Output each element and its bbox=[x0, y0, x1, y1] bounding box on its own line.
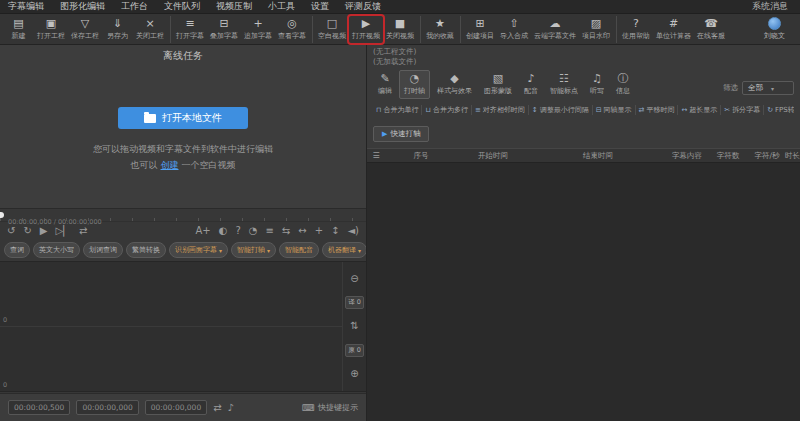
menu-item[interactable]: 工作台 bbox=[113, 0, 156, 13]
system-message-link[interactable]: 系统消息 bbox=[752, 0, 800, 13]
timeline-tool-icon[interactable]: ◐ bbox=[219, 226, 228, 236]
table-column-header[interactable]: 字符数 bbox=[707, 151, 749, 161]
playback-control-icon[interactable]: ▶ bbox=[40, 226, 48, 236]
timeline-action-button[interactable]: 智能配音 bbox=[279, 242, 319, 258]
playback-control-icon[interactable]: ↺ bbox=[7, 226, 15, 236]
subtitle-track-translated[interactable]: 0 bbox=[0, 262, 342, 327]
toolbar-button[interactable]: ▤ 新建 bbox=[3, 16, 34, 43]
zoom-in-icon[interactable]: ⊕ bbox=[350, 369, 358, 379]
mode-tab[interactable]: ▧ 图形蒙版 bbox=[479, 70, 517, 99]
toolbar-button[interactable]: ▽ 保存工程 bbox=[68, 16, 102, 43]
toolbar-button[interactable]: ⊟ 叠加字幕 bbox=[207, 16, 241, 43]
quick-timing-button[interactable]: ▶ 快速打轴 bbox=[373, 126, 429, 142]
table-column-header[interactable]: 结束时间 bbox=[529, 151, 667, 161]
zoom-out-icon[interactable]: ⊖ bbox=[350, 274, 358, 284]
swap-tracks-icon[interactable]: ⇅ bbox=[350, 321, 358, 331]
toolbar-button[interactable]: ☁ 云端字幕文件 bbox=[531, 16, 579, 43]
timeline-action-button[interactable]: 智能打轴 bbox=[231, 242, 276, 258]
loop-icon[interactable]: ⇄ bbox=[213, 403, 221, 413]
time-display-duration[interactable]: 00:00:00,000 bbox=[145, 400, 207, 415]
menu-item[interactable]: 设置 bbox=[303, 0, 337, 13]
menu-item[interactable]: 文件队列 bbox=[156, 0, 208, 13]
table-menu-icon[interactable]: ☰ bbox=[367, 151, 385, 160]
toolbar-button-label: 使用帮助 bbox=[622, 31, 650, 41]
timeline-tool-icon[interactable]: A+ bbox=[195, 226, 210, 236]
playhead-marker[interactable] bbox=[0, 212, 4, 218]
playback-controls: ↺↻▶▷▏⇄ bbox=[7, 226, 87, 236]
timeline-ruler[interactable]: 00:00:00,000 / 00:00:00,000 bbox=[0, 209, 366, 222]
subtitle-operation-button[interactable]: ↻ FPS转换 bbox=[764, 105, 794, 115]
timeline-tool-icon[interactable]: + bbox=[315, 226, 323, 236]
subtitle-operation-button[interactable]: ⊓ 合并为单行 bbox=[373, 105, 422, 115]
mode-tab[interactable]: ◆ 样式与效果 bbox=[432, 70, 477, 99]
open-local-file-button[interactable]: 打开本地文件 bbox=[118, 107, 248, 129]
toolbar-button[interactable]: ▨ 项目水印 bbox=[579, 16, 617, 43]
playback-control-icon[interactable]: ▷▏ bbox=[55, 226, 70, 236]
subtitle-operation-button[interactable]: ⊟ 同轴显示 bbox=[593, 105, 636, 115]
timeline-tool-icon[interactable]: ↔ bbox=[298, 226, 306, 236]
table-column-header[interactable]: 字幕内容 bbox=[667, 151, 707, 161]
subtitle-operation-button[interactable]: ⇄ 平移时间 bbox=[636, 105, 679, 115]
toolbar-button[interactable]: ⊞ 创建项目 bbox=[463, 16, 497, 43]
timeline-tool-icon[interactable]: ◄) bbox=[347, 226, 359, 236]
timeline-action-button[interactable]: 英文大小写 bbox=[33, 242, 80, 258]
toolbar-button[interactable]: ■ 关闭视频 bbox=[383, 16, 421, 43]
table-column-header[interactable]: 字符/秒 bbox=[749, 151, 785, 161]
menu-item[interactable]: 字幕编辑 bbox=[0, 0, 52, 13]
toolbar-button[interactable]: ? 使用帮助 bbox=[619, 16, 653, 43]
toolbar-button[interactable]: × 关闭工程 bbox=[133, 16, 171, 43]
mode-tab[interactable]: ⓘ 信息 bbox=[611, 70, 635, 99]
timeline-action-button[interactable]: 划词查询 bbox=[83, 242, 123, 258]
menu-item[interactable]: 评测反馈 bbox=[337, 0, 389, 13]
toolbar-button[interactable]: ≡ 打开字幕 bbox=[173, 16, 207, 43]
mode-tab[interactable]: ◔ 打时轴 bbox=[399, 70, 430, 99]
menu-item[interactable]: 小工具 bbox=[260, 0, 303, 13]
create-blank-video-link[interactable]: 创建 bbox=[161, 160, 179, 170]
timeline-action-button[interactable]: 机器翻译 bbox=[322, 242, 367, 258]
timeline-action-label: 机器翻译 bbox=[328, 245, 356, 255]
menu-item[interactable]: 视频压制 bbox=[208, 0, 260, 13]
timeline-tool-icon[interactable]: ◔ bbox=[249, 226, 258, 236]
menu-item[interactable]: 图形化编辑 bbox=[52, 0, 113, 13]
subtitle-operation-button[interactable]: ↕ 调整最小行间隔 bbox=[529, 105, 593, 115]
toolbar-button[interactable]: + 追加字幕 bbox=[241, 16, 275, 43]
toolbar-button[interactable]: ☎ 在线客服 bbox=[694, 16, 728, 43]
timeline-action-button[interactable]: 繁简转换 bbox=[126, 242, 166, 258]
timeline-tools: A+◐?◔≡⇆↔+↕◄) bbox=[195, 226, 359, 236]
metronome-icon[interactable]: ♪ bbox=[228, 403, 234, 413]
timeline-action-button[interactable]: 识别画面字幕 bbox=[169, 242, 228, 258]
subtitle-operation-button[interactable]: ✂ 拆分字幕 bbox=[721, 105, 764, 115]
toolbar-button[interactable]: ◎ 查看字幕 bbox=[275, 16, 313, 43]
time-display-end[interactable]: 00:00:00,000 bbox=[76, 400, 138, 415]
table-column-header[interactable]: 开始时间 bbox=[457, 151, 529, 161]
time-display-start[interactable]: 00:00:00,500 bbox=[8, 400, 70, 415]
timeline-tool-icon[interactable]: ? bbox=[235, 226, 240, 236]
timeline-tool-icon[interactable]: ⇆ bbox=[282, 226, 290, 236]
mode-tab[interactable]: ♫ 听写 bbox=[585, 70, 609, 99]
timeline-tool-icon[interactable]: ↕ bbox=[331, 226, 339, 236]
subtitle-track-original[interactable]: 0 bbox=[0, 327, 342, 391]
subtitle-operation-button[interactable]: ↔ 超长显示 bbox=[678, 105, 721, 115]
operation-label: 拆分字幕 bbox=[732, 105, 760, 115]
toolbar-button[interactable]: # 单位计算器 bbox=[653, 16, 694, 43]
toolbar-button[interactable]: □ 空白视频 bbox=[315, 16, 349, 43]
toolbar-button[interactable]: ⇧ 导入合成 bbox=[497, 16, 531, 43]
user-profile[interactable]: 刘晓文 bbox=[764, 17, 797, 41]
shortcut-hint-button[interactable]: ⌨ 快捷键提示 bbox=[302, 402, 358, 413]
table-column-header[interactable]: 序号 bbox=[385, 151, 457, 161]
table-column-header[interactable]: 时长 bbox=[785, 151, 800, 161]
toolbar-button[interactable]: ⇓ 另存为 bbox=[102, 16, 133, 43]
mode-tab[interactable]: ✎ 编辑 bbox=[373, 70, 397, 99]
playback-control-icon[interactable]: ↻ bbox=[23, 226, 31, 236]
subtitle-operation-button[interactable]: ⊔ 合并为多行 bbox=[422, 105, 471, 115]
filter-select[interactable]: 全部 bbox=[742, 81, 794, 95]
toolbar-button[interactable]: ★ 我的收藏 bbox=[423, 16, 461, 43]
mode-tab[interactable]: ☷ 智能标点 bbox=[545, 70, 583, 99]
timeline-action-button[interactable]: 查词 bbox=[4, 242, 30, 258]
subtitle-operation-button[interactable]: ≡ 对齐相邻时间 bbox=[472, 105, 529, 115]
timeline-tool-icon[interactable]: ≡ bbox=[265, 226, 273, 236]
toolbar-button[interactable]: ▶ 打开视频 bbox=[349, 16, 383, 43]
mode-tab[interactable]: ♪ 配音 bbox=[519, 70, 543, 99]
toolbar-button[interactable]: ▣ 打开工程 bbox=[34, 16, 68, 43]
playback-control-icon[interactable]: ⇄ bbox=[79, 226, 87, 236]
